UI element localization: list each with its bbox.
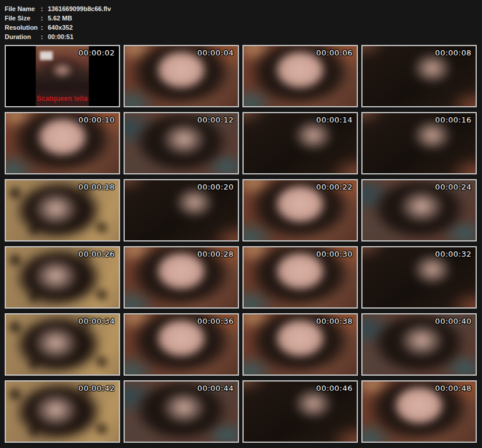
watermark-text: Scatqueen leila — [36, 94, 89, 103]
timestamp-overlay: 00:00:04 — [198, 48, 234, 57]
timestamp-overlay: 00:00:06 — [316, 48, 353, 57]
file-info-label: Resolution — [5, 23, 41, 32]
video-thumbnail: 00:00:24 — [361, 179, 477, 242]
timestamp-overlay: 00:00:36 — [198, 317, 234, 326]
timestamp-overlay: 00:00:18 — [79, 183, 115, 191]
timestamp-overlay: 00:00:02 — [79, 48, 115, 57]
file-info-label: File Size — [5, 13, 41, 23]
timestamp-overlay: 00:00:12 — [198, 116, 234, 124]
file-info-label: Duration — [5, 32, 41, 41]
video-thumbnail: 00:00:40 — [361, 313, 477, 376]
file-info-value: 00:00:51 — [48, 32, 73, 41]
file-info-value: 640x352 — [48, 23, 73, 32]
timestamp-overlay: 00:00:38 — [316, 317, 353, 326]
file-info-label: File Name — [5, 4, 41, 13]
video-thumbnail: 00:00:30 — [242, 246, 358, 309]
video-thumbnail: 00:00:26 — [5, 246, 120, 309]
video-thumbnail: 00:00:36 — [124, 313, 239, 376]
file-info-value: 1361669099b8c66.flv — [48, 4, 111, 13]
file-info-separator: : — [41, 23, 45, 32]
file-info-header: File Name:1361669099b8c66.flv File Size:… — [5, 4, 111, 41]
video-thumbnail: 00:00:34 — [5, 313, 120, 376]
video-thumbnail: 00:00:28 — [124, 246, 239, 309]
video-thumbnail: 00:00:10 — [5, 112, 120, 174]
video-thumbnail: Scatqueen leila 00:00:02 — [5, 45, 120, 107]
video-thumbnail: 00:00:44 — [124, 380, 239, 443]
video-thumbnail: 00:00:06 — [242, 45, 358, 107]
timestamp-overlay: 00:00:24 — [435, 183, 472, 191]
timestamp-overlay: 00:00:32 — [435, 250, 472, 258]
video-thumbnail: 00:00:38 — [242, 313, 358, 376]
video-thumbnail: 00:00:22 — [242, 179, 358, 242]
timestamp-overlay: 00:00:40 — [435, 317, 472, 326]
file-info-row: File Size:5.62 MB — [5, 13, 111, 23]
file-info-row: Resolution:640x352 — [5, 23, 111, 32]
timestamp-overlay: 00:00:14 — [316, 116, 353, 124]
video-thumbnail: 00:00:20 — [124, 179, 239, 242]
file-info-row: Duration:00:00:51 — [5, 32, 111, 41]
video-contact-sheet: File Name:1361669099b8c66.flv File Size:… — [0, 0, 482, 448]
video-thumbnail: 00:00:04 — [124, 45, 239, 107]
video-thumbnail: 00:00:16 — [361, 112, 477, 174]
video-thumbnail: 00:00:48 — [361, 380, 477, 443]
timestamp-overlay: 00:00:22 — [316, 183, 353, 191]
video-thumbnail: 00:00:18 — [5, 179, 120, 242]
file-info-separator: : — [41, 13, 45, 23]
timestamp-overlay: 00:00:20 — [198, 183, 234, 191]
file-info-value: 5.62 MB — [48, 13, 72, 23]
timestamp-overlay: 00:00:48 — [435, 384, 472, 393]
timestamp-overlay: 00:00:34 — [79, 317, 115, 326]
timestamp-overlay: 00:00:26 — [79, 250, 115, 258]
timestamp-overlay: 00:00:28 — [198, 250, 234, 258]
file-info-row: File Name:1361669099b8c66.flv — [5, 4, 111, 13]
video-thumbnail: 00:00:42 — [5, 380, 120, 443]
video-thumbnail: 00:00:46 — [242, 380, 358, 443]
timestamp-overlay: 00:00:10 — [79, 116, 115, 124]
video-thumbnail: 00:00:08 — [361, 45, 477, 107]
timestamp-overlay: 00:00:08 — [435, 48, 472, 57]
timestamp-overlay: 00:00:30 — [316, 250, 353, 258]
video-thumbnail: 00:00:32 — [361, 246, 477, 309]
logo-smudge — [40, 51, 52, 60]
file-info-separator: : — [41, 4, 45, 13]
thumbnail-grid: Scatqueen leila 00:00:02 00:00:04 00:00:… — [5, 45, 477, 443]
video-thumbnail: 00:00:12 — [124, 112, 239, 174]
timestamp-overlay: 00:00:16 — [435, 116, 472, 124]
timestamp-overlay: 00:00:44 — [198, 384, 234, 393]
video-thumbnail: 00:00:14 — [242, 112, 358, 174]
timestamp-overlay: 00:00:46 — [316, 384, 353, 393]
file-info-separator: : — [41, 32, 45, 41]
timestamp-overlay: 00:00:42 — [79, 384, 115, 393]
